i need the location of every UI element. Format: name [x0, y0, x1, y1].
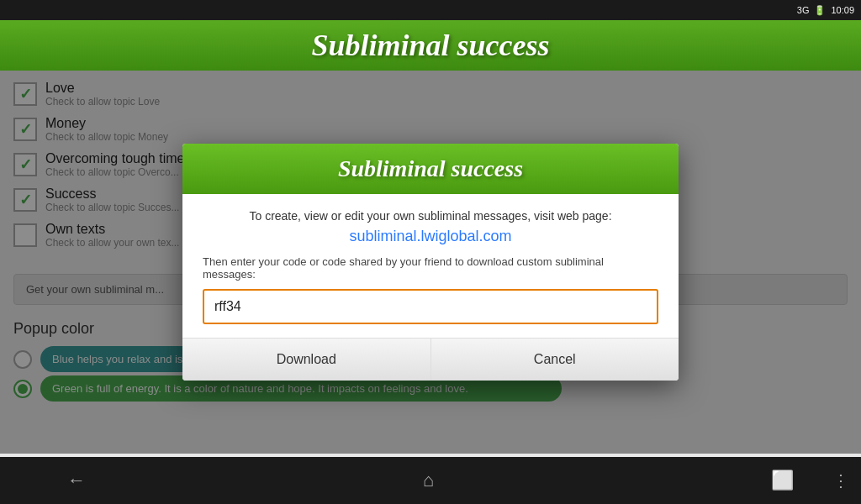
- dialog-description: To create, view or edit your own sublimi…: [203, 209, 658, 223]
- download-button[interactable]: Download: [182, 339, 431, 381]
- dialog-overlay: Subliminal success To create, view or ed…: [0, 71, 861, 454]
- app-header: Subliminal success: [0, 20, 861, 71]
- dialog: Subliminal success To create, view or ed…: [182, 144, 679, 381]
- dialog-actions: Download Cancel: [182, 338, 679, 381]
- more-options-button[interactable]: ⋮: [832, 470, 849, 491]
- main-content: ✓ Love Check to allow topic Love ✓ Money…: [0, 71, 861, 454]
- signal-indicator: 3G: [797, 5, 810, 15]
- status-bar: 3G 🔋 10:09: [0, 0, 861, 20]
- app-title: Subliminal success: [311, 28, 549, 63]
- bottom-nav: ← ⌂ ⬜ ⋮: [0, 457, 861, 504]
- home-button[interactable]: ⌂: [423, 470, 434, 491]
- cancel-button[interactable]: Cancel: [431, 339, 679, 381]
- clock: 10:09: [831, 5, 854, 15]
- dialog-body: To create, view or edit your own sublimi…: [182, 194, 679, 324]
- dialog-link[interactable]: subliminal.lwiglobal.com: [203, 228, 658, 245]
- back-button[interactable]: ←: [67, 470, 86, 491]
- dialog-header: Subliminal success: [182, 144, 679, 194]
- dialog-title: Subliminal success: [199, 155, 662, 182]
- dialog-instruction: Then enter your code or code shared by y…: [203, 255, 658, 281]
- code-input[interactable]: [203, 289, 658, 324]
- recents-button[interactable]: ⬜: [771, 470, 794, 491]
- battery-icon: 🔋: [814, 5, 826, 16]
